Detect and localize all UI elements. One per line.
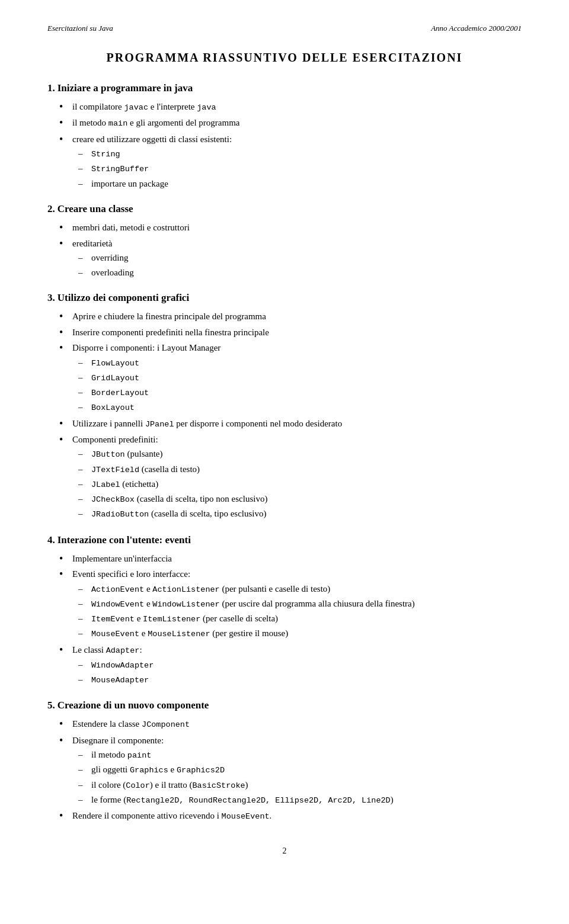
- list-item: BorderLayout: [78, 386, 522, 399]
- list-item: il metodo main e gli argomenti del progr…: [59, 116, 522, 130]
- header-left: Esercitazioni su Java: [47, 24, 113, 33]
- section-3-title: 3.Utilizzo dei componenti grafici: [47, 292, 522, 304]
- page-header: Esercitazioni su Java Anno Accademico 20…: [47, 24, 522, 33]
- list-item: Rendere il componente attivo ricevendo i…: [59, 809, 522, 823]
- list-item: overloading: [78, 266, 522, 280]
- page-footer: 2: [47, 846, 522, 856]
- section-2-title: 2.Creare una classe: [47, 203, 522, 215]
- section-5-list: Estendere la classe JComponent Disegnare…: [59, 717, 522, 823]
- sub-list: FlowLayout GridLayout BorderLayout BoxLa…: [78, 356, 522, 415]
- list-item: creare ed utilizzare oggetti di classi e…: [59, 133, 522, 191]
- main-title: PROGRAMMA RIASSUNTIVO DELLE ESERCITAZION…: [47, 51, 522, 65]
- page: Esercitazioni su Java Anno Accademico 20…: [0, 0, 569, 924]
- code-main: main: [108, 119, 127, 128]
- list-item: JLabel (etichetta): [78, 477, 522, 491]
- code-java: java: [197, 103, 216, 112]
- list-item: le forme (Rectangle2D, RoundRectangle2D,…: [78, 793, 522, 807]
- list-item: Eventi specifici e loro interfacce: Acti…: [59, 567, 522, 641]
- list-item: ItemEvent e ItemListener (per caselle di…: [78, 612, 522, 625]
- list-item: Disporre i componenti: i Layout Manager …: [59, 341, 522, 415]
- section-3-list: Aprire e chiudere la finestra principale…: [59, 310, 522, 521]
- sub-list: JButton (pulsante) JTextField (casella d…: [78, 447, 522, 521]
- list-item: membri dati, metodi e costruttori: [59, 221, 522, 235]
- list-item: Implementare un'interfaccia: [59, 552, 522, 566]
- list-item: WindowAdapter: [78, 658, 522, 672]
- list-item: Utilizzare i pannelli JPanel per disporr…: [59, 417, 522, 431]
- list-item: WindowEvent e WindowListener (per uscire…: [78, 597, 522, 611]
- list-item: Componenti predefiniti: JButton (pulsant…: [59, 433, 522, 521]
- sub-list: il metodo paint gli oggetti Graphics e G…: [78, 748, 522, 807]
- sub-list: overriding overloading: [78, 251, 522, 279]
- section-1-title: 1.Iniziare a programmare in java: [47, 82, 522, 94]
- sub-list: String StringBuffer importare un package: [78, 147, 522, 190]
- list-item: String: [78, 147, 522, 161]
- list-item: FlowLayout: [78, 356, 522, 370]
- list-item: JTextField (casella di testo): [78, 463, 522, 476]
- list-item: il compilatore javac e l'interprete java: [59, 100, 522, 114]
- list-item: Estendere la classe JComponent: [59, 717, 522, 731]
- list-item: MouseAdapter: [78, 673, 522, 686]
- sub-list: ActionEvent e ActionListener (per pulsan…: [78, 582, 522, 641]
- section-4-list: Implementare un'interfaccia Eventi speci…: [59, 552, 522, 687]
- list-item: Le classi Adapter: WindowAdapter MouseAd…: [59, 643, 522, 687]
- list-item: overriding: [78, 251, 522, 265]
- section-2-list: membri dati, metodi e costruttori eredit…: [59, 221, 522, 279]
- page-number: 2: [283, 846, 287, 855]
- list-item: ereditarietà overriding overloading: [59, 237, 522, 280]
- list-item: Inserire componenti predefiniti nella fi…: [59, 326, 522, 339]
- list-item: JButton (pulsante): [78, 447, 522, 461]
- list-item: BoxLayout: [78, 400, 522, 414]
- list-item: GridLayout: [78, 371, 522, 384]
- list-item: il metodo paint: [78, 748, 522, 762]
- list-item: Disegnare il componente: il metodo paint…: [59, 734, 522, 807]
- code-javac: javac: [124, 103, 148, 112]
- list-item: importare un package: [78, 177, 522, 191]
- list-item: Aprire e chiudere la finestra principale…: [59, 310, 522, 323]
- list-item: ActionEvent e ActionListener (per pulsan…: [78, 582, 522, 596]
- list-item: MouseEvent e MouseListener (per gestire …: [78, 627, 522, 640]
- list-item: gli oggetti Graphics e Graphics2D: [78, 763, 522, 777]
- list-item: il colore (Color) e il tratto (BasicStro…: [78, 778, 522, 792]
- list-item: JCheckBox (casella di scelta, tipo non e…: [78, 492, 522, 506]
- list-item: StringBuffer: [78, 162, 522, 175]
- section-5-title: 5.Creazione di un nuovo componente: [47, 700, 522, 711]
- list-item: JRadioButton (casella di scelta, tipo es…: [78, 507, 522, 521]
- section-4-title: 4.Interazione con l'utente: eventi: [47, 534, 522, 546]
- sub-list: WindowAdapter MouseAdapter: [78, 658, 522, 687]
- section-1-list: il compilatore javac e l'interprete java…: [59, 100, 522, 190]
- header-right: Anno Accademico 2000/2001: [431, 24, 522, 33]
